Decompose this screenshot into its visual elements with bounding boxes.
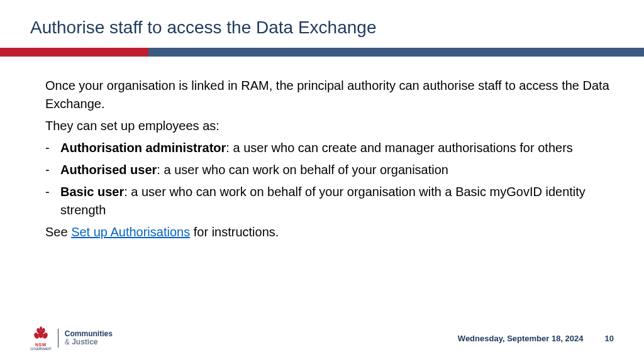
svg-point-5: [40, 327, 42, 331]
list-dash: -: [45, 161, 60, 179]
slide-title: Authorise staff to access the Data Excha…: [0, 0, 644, 48]
setup-line: They can set up employees as:: [45, 117, 614, 135]
divider-bar: [0, 48, 644, 57]
role-desc: : a user who can work on behalf of your …: [157, 163, 448, 177]
divider-red: [0, 48, 148, 57]
list-item: - Basic user: a user who can work on beh…: [45, 183, 614, 219]
list-item-body: Authorised user: a user who can work on …: [60, 161, 614, 179]
nsw-logo: NSW GOVERNMENT: [30, 326, 52, 351]
list-item: - Authorised user: a user who can work o…: [45, 161, 614, 179]
list-item-body: Basic user: a user who can work on behal…: [60, 183, 614, 219]
department-name: Communities & Justice: [65, 330, 113, 346]
role-desc: : a user who can work on behalf of your …: [60, 185, 586, 217]
nsw-text: NSW: [35, 343, 47, 347]
see-suffix: for instructions.: [190, 225, 279, 239]
footer: NSW GOVERNMENT Communities & Justice Wed…: [0, 326, 644, 351]
footer-date: Wednesday, September 18, 2024: [458, 334, 584, 343]
role-desc: : a user who can create and manager auth…: [226, 141, 572, 155]
vertical-separator: [58, 329, 58, 348]
list-item-body: Authorisation administrator: a user who …: [60, 139, 614, 157]
role-term: Authorised user: [60, 163, 157, 177]
content-body: Once your organisation is linked in RAM,…: [0, 57, 644, 241]
intro-paragraph: Once your organisation is linked in RAM,…: [45, 77, 614, 113]
footer-right: Wednesday, September 18, 2024 10: [458, 334, 614, 343]
role-term: Basic user: [60, 185, 124, 199]
see-prefix: See: [45, 225, 71, 239]
footer-left: NSW GOVERNMENT Communities & Justice: [30, 326, 113, 351]
role-list: - Authorisation administrator: a user wh…: [45, 139, 614, 219]
see-line: See Set up Authorisations for instructio…: [45, 223, 614, 241]
list-item: - Authorisation administrator: a user wh…: [45, 139, 614, 157]
role-term: Authorisation administrator: [60, 141, 226, 155]
list-dash: -: [45, 139, 60, 157]
list-dash: -: [45, 183, 60, 219]
setup-authorisations-link[interactable]: Set up Authorisations: [71, 225, 190, 239]
page-number: 10: [605, 334, 614, 343]
divider-blue: [148, 48, 644, 57]
dept-line2: & Justice: [65, 338, 113, 346]
government-text: GOVERNMENT: [30, 347, 52, 351]
waratah-icon: [31, 326, 50, 342]
